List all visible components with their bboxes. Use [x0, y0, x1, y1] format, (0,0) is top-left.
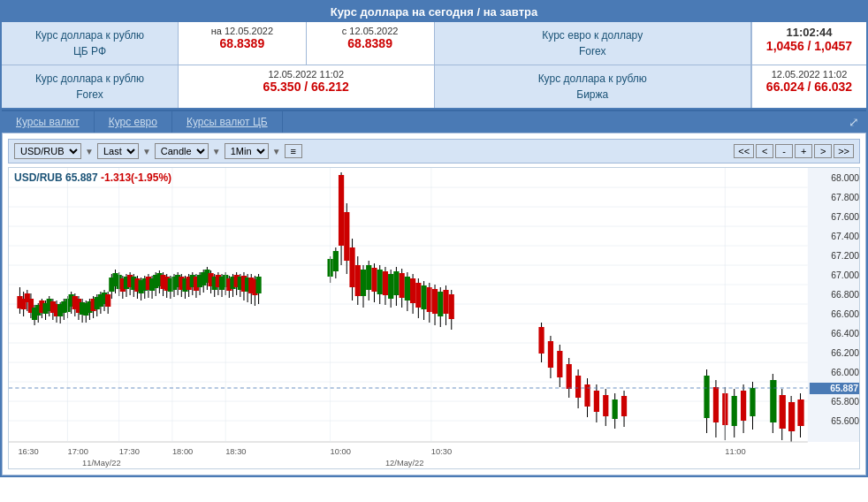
chart-area: USD/RUB 65.887 -1.313(-1.95%): [8, 167, 860, 469]
svg-rect-165: [415, 283, 421, 308]
btn-prev[interactable]: <: [756, 144, 773, 158]
cbrf-label: Курс доллара к рублюЦБ РФ: [2, 22, 179, 65]
svg-rect-131: [255, 277, 261, 293]
price-66600: 66.600: [831, 309, 859, 319]
eur-row: Курс евро к долларуForex 11:02:44 1,0456…: [435, 22, 867, 65]
svg-rect-175: [443, 290, 448, 314]
chart-change: -1.313(-1.95%): [101, 171, 171, 184]
tab-cb-rates[interactable]: Курсы валют ЦБ: [172, 111, 283, 133]
tab-euro[interactable]: Курс евро: [95, 111, 172, 133]
cbrf-date2: с 12.05.2022: [310, 26, 430, 36]
price-65800: 65.800: [831, 397, 859, 407]
svg-rect-167: [421, 285, 426, 309]
date-12may: 12/May/22: [385, 459, 424, 468]
svg-rect-135: [333, 251, 339, 271]
time-1030: 10:30: [431, 447, 452, 456]
eur-time: 11:02:44: [756, 26, 863, 39]
price-65600: 65.600: [831, 416, 859, 426]
time-1700: 17:00: [67, 447, 88, 456]
expand-icon[interactable]: ⤢: [849, 115, 859, 129]
time-1630: 16:30: [18, 447, 38, 456]
date-11may: 11/May/22: [82, 459, 121, 468]
forex-usd-datetime: 12.05.2022 11:02: [182, 69, 430, 80]
forex-usd-val-cell: 12.05.2022 11:02 65.350 / 66.212: [179, 65, 434, 108]
svg-rect-195: [613, 399, 618, 419]
current-price-label: 65.887: [830, 384, 858, 393]
chart-toolbar: USD/RUB ▼ Last ▼ Candle ▼ 1Min ▼ ≡ << < …: [8, 139, 860, 164]
exchange-datetime: 12.05.2022 11:02: [756, 69, 863, 80]
page-header: Курс доллара на сегодня / на завтра: [2, 2, 866, 22]
eur-val: 1,0456 / 1,0457: [756, 39, 863, 53]
price-67200: 67.200: [831, 251, 859, 261]
svg-rect-137: [339, 175, 344, 246]
svg-rect-217: [797, 399, 803, 426]
svg-rect-143: [355, 265, 361, 296]
svg-rect-151: [377, 270, 383, 294]
pair-select[interactable]: USD/RUB: [14, 143, 81, 159]
right-rates: Курс евро к долларуForex 11:02:44 1,0456…: [435, 22, 867, 108]
price-66800: 66.800: [831, 290, 859, 300]
cbrf-col1: на 12.05.2022 68.8389: [179, 22, 307, 65]
svg-rect-149: [371, 268, 377, 292]
price-66400: 66.400: [831, 329, 859, 338]
svg-rect-185: [567, 364, 572, 389]
toolbar-sep4: ▼: [272, 147, 281, 156]
exchange-val: 66.024 / 66.032: [756, 80, 863, 94]
btn-minus[interactable]: -: [775, 144, 793, 158]
header-title: Курс доллара на сегодня / на завтра: [331, 5, 537, 19]
left-rates: Курс доллара к рублюЦБ РФ на 12.05.2022 …: [2, 22, 434, 108]
chart-label: USD/RUB 65.887 -1.313(-1.95%): [14, 171, 171, 184]
interval-select[interactable]: 1Min: [225, 143, 269, 159]
price-66000: 66.000: [831, 368, 859, 377]
chart-bg: [9, 168, 808, 442]
btn-plus[interactable]: +: [795, 144, 812, 158]
nav-tabs: Курсы валют Курс евро Курсы валют ЦБ ⤢: [2, 110, 866, 133]
candle-chart-svg: 68.000 67.800 67.600 67.400 67.200 67.00…: [9, 168, 859, 468]
btn-last[interactable]: >>: [834, 144, 854, 158]
chart-type-select[interactable]: Candle: [155, 143, 209, 159]
time-1000: 10:00: [331, 447, 351, 456]
rates-grid: Курс доллара к рублюЦБ РФ на 12.05.2022 …: [2, 22, 866, 110]
btn-next[interactable]: >: [814, 144, 832, 158]
chart-container: USD/RUB ▼ Last ▼ Candle ▼ 1Min ▼ ≡ << < …: [2, 133, 866, 475]
price-67800: 67.800: [831, 193, 859, 202]
svg-rect-159: [400, 273, 405, 298]
toolbar-sep1: ▼: [85, 147, 94, 156]
chart-pair-price: USD/RUB 65.887: [14, 171, 98, 184]
type-select[interactable]: Last: [97, 143, 139, 159]
svg-rect-155: [388, 274, 393, 299]
svg-rect-139: [344, 212, 349, 261]
forex-usd-row: Курс доллара к рублюForex 12.05.2022 11:…: [2, 65, 434, 108]
exchange-label: Курс доллара к рублюБиржа: [435, 65, 752, 108]
tab-currencies[interactable]: Курсы валют: [2, 111, 95, 133]
svg-rect-205: [732, 396, 737, 426]
exchange-val-cell: 12.05.2022 11:02 66.024 / 66.032: [751, 65, 866, 108]
price-67000: 67.000: [831, 270, 859, 280]
svg-rect-209: [750, 388, 755, 416]
eur-label: Курс евро к долларуForex: [435, 22, 752, 65]
toolbar-sep3: ▼: [212, 147, 221, 156]
cbrf-val1: 68.8389: [182, 36, 302, 50]
btn-first[interactable]: <<: [734, 144, 754, 158]
svg-rect-183: [557, 351, 562, 377]
svg-rect-153: [383, 271, 388, 295]
cbrf-val2: 68.8389: [310, 36, 430, 50]
svg-rect-161: [405, 277, 410, 300]
svg-rect-201: [713, 387, 719, 422]
table-btn[interactable]: ≡: [285, 144, 302, 158]
eur-val-cell: 11:02:44 1,0456 / 1,0457: [751, 22, 866, 65]
svg-rect-179: [538, 327, 544, 354]
svg-rect-211: [770, 380, 776, 422]
price-66200: 66.200: [831, 348, 859, 358]
cbrf-date1: на 12.05.2022: [182, 26, 302, 36]
forex-usd-val: 65.350 / 66.212: [182, 80, 430, 94]
price-67400: 67.400: [831, 232, 859, 241]
svg-rect-145: [361, 270, 366, 296]
svg-rect-177: [449, 294, 454, 319]
cbrf-col2: с 12.05.2022 68.8389: [307, 22, 434, 65]
svg-rect-171: [432, 289, 438, 314]
nav-buttons: << < - + > >>: [734, 144, 854, 158]
toolbar-sep2: ▼: [142, 147, 151, 156]
time-1730: 17:30: [119, 447, 140, 456]
svg-rect-199: [704, 376, 709, 418]
